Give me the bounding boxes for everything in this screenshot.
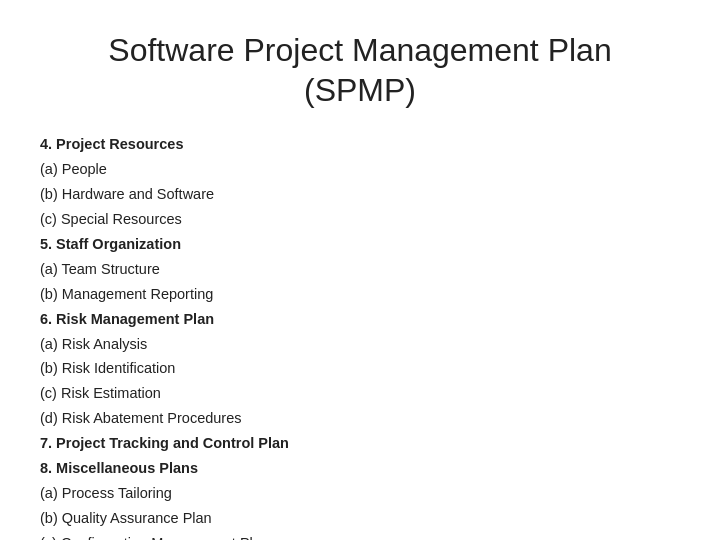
title-section: Software Project Management Plan (SPMP) bbox=[40, 30, 680, 110]
list-item: (a) Team Structure bbox=[40, 257, 289, 282]
list-item: (b) Management Reporting bbox=[40, 282, 289, 307]
main-title: Software Project Management Plan (SPMP) bbox=[40, 30, 680, 110]
list-item: 6. Risk Management Plan bbox=[40, 307, 289, 332]
list-item: 4. Project Resources bbox=[40, 132, 289, 157]
title-line1: Software Project Management Plan bbox=[108, 32, 611, 68]
content-list: 4. Project Resources(a) People(b) Hardwa… bbox=[40, 132, 289, 540]
list-item: (a) Risk Analysis bbox=[40, 332, 289, 357]
list-item: (d) Risk Abatement Procedures bbox=[40, 406, 289, 431]
list-item: (b) Hardware and Software bbox=[40, 182, 289, 207]
list-item: (c) Risk Estimation bbox=[40, 381, 289, 406]
list-item: (c) Special Resources bbox=[40, 207, 289, 232]
list-item: 5. Staff Organization bbox=[40, 232, 289, 257]
list-item: (b) Risk Identification bbox=[40, 356, 289, 381]
list-item: (c) Configuration Management Plan bbox=[40, 531, 289, 540]
list-item: (b) Quality Assurance Plan bbox=[40, 506, 289, 531]
title-line2: (SPMP) bbox=[304, 72, 416, 108]
list-item: (a) Process Tailoring bbox=[40, 481, 289, 506]
list-item: 7. Project Tracking and Control Plan bbox=[40, 431, 289, 456]
list-item: (a) People bbox=[40, 157, 289, 182]
list-item: 8. Miscellaneous Plans bbox=[40, 456, 289, 481]
page-container: Software Project Management Plan (SPMP) … bbox=[0, 0, 720, 540]
